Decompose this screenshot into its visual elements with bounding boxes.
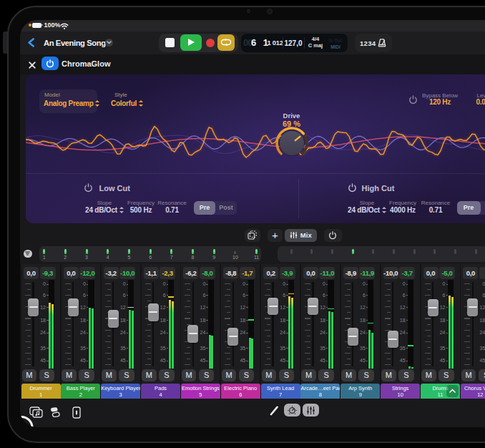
peak-readout[interactable]: -8,0 bbox=[200, 267, 215, 279]
close-icon[interactable] bbox=[29, 62, 36, 69]
track-overview-strip-2[interactable] bbox=[278, 246, 485, 262]
peak-readout[interactable] bbox=[479, 267, 485, 279]
mixer-view-button[interactable] bbox=[303, 404, 319, 417]
add-plugin-button[interactable]: + bbox=[268, 229, 283, 242]
track-name-label[interactable]: Emotion Strings 5 bbox=[181, 384, 220, 399]
track-stack-expand-button[interactable] bbox=[446, 385, 459, 397]
high-cut-power-icon[interactable] bbox=[348, 183, 357, 193]
remote-device-icon[interactable] bbox=[72, 406, 81, 419]
volume-readout[interactable]: -6,2 bbox=[183, 267, 198, 279]
mute-button[interactable]: M bbox=[62, 369, 77, 382]
count-in-button[interactable]: 1234 bbox=[360, 39, 376, 47]
peak-readout[interactable]: -2,3 bbox=[160, 267, 175, 279]
volume-readout[interactable]: -8,9 bbox=[343, 267, 358, 279]
mute-button[interactable]: M bbox=[102, 369, 117, 382]
plugin-power-button[interactable] bbox=[41, 57, 59, 70]
peak-readout[interactable]: -1,7 bbox=[240, 267, 255, 279]
mute-button[interactable]: M bbox=[381, 369, 396, 382]
low-cut-post-button[interactable]: Post bbox=[215, 201, 237, 215]
mute-button[interactable]: M bbox=[182, 369, 197, 382]
volume-readout[interactable]: 0,0 bbox=[303, 267, 318, 279]
bypass-power-icon[interactable] bbox=[408, 95, 418, 104]
lcd-display[interactable]: 00 6 1 1 012 127,0 4/4 C maj In Out MIDI bbox=[241, 34, 348, 52]
pencil-icon[interactable] bbox=[270, 406, 279, 416]
track-name-label[interactable]: Drums 11 bbox=[421, 384, 460, 399]
volume-fader[interactable] bbox=[28, 298, 39, 316]
track-name-label[interactable]: Arp Synth 9 bbox=[341, 384, 380, 399]
volume-readout[interactable]: 0,0 bbox=[463, 267, 478, 279]
volume-readout[interactable]: -10,0 bbox=[383, 267, 398, 279]
peak-readout[interactable]: -12,0 bbox=[79, 267, 95, 279]
low-cut-power-icon[interactable] bbox=[84, 183, 93, 193]
mix-plugin-tab[interactable]: Mix bbox=[285, 229, 318, 242]
volume-fader[interactable] bbox=[348, 328, 358, 346]
solo-button[interactable]: S bbox=[119, 369, 134, 382]
record-button[interactable] bbox=[206, 39, 215, 47]
volume-fader[interactable] bbox=[268, 298, 278, 316]
solo-button[interactable]: S bbox=[398, 369, 414, 382]
peak-readout[interactable]: -10,0 bbox=[119, 267, 135, 279]
mute-button[interactable]: M bbox=[262, 369, 277, 382]
solo-button[interactable]: S bbox=[358, 369, 374, 382]
low-cut-pre-button[interactable]: Pre bbox=[194, 201, 215, 215]
track-name-label[interactable]: Strings 10 bbox=[381, 384, 420, 399]
track-name-label[interactable]: Bass Player 2 bbox=[61, 384, 100, 399]
volume-fader[interactable] bbox=[108, 310, 119, 328]
plugin-tiles-button[interactable] bbox=[245, 229, 260, 242]
play-button[interactable] bbox=[180, 34, 202, 51]
track-name-label[interactable]: Arcade…eet Pad 8 bbox=[300, 384, 340, 399]
solo-button[interactable]: S bbox=[439, 369, 454, 382]
track-name-label[interactable]: Electric Piano 6 bbox=[221, 384, 260, 399]
peak-readout[interactable]: -9,3 bbox=[40, 267, 56, 279]
drive-knob[interactable] bbox=[274, 125, 310, 161]
peak-readout[interactable]: -5,0 bbox=[439, 267, 455, 279]
plugins-icon[interactable] bbox=[49, 406, 61, 418]
controls-view-button[interactable] bbox=[284, 404, 300, 417]
volume-readout[interactable]: -3,2 bbox=[104, 267, 119, 279]
volume-readout[interactable]: -8,8 bbox=[223, 267, 238, 279]
song-title-chevron-badge[interactable] bbox=[105, 39, 113, 47]
track-name-label[interactable]: Keyboard Player 3 bbox=[101, 384, 140, 399]
solo-button[interactable]: S bbox=[39, 369, 55, 382]
peak-readout[interactable]: -11,9 bbox=[359, 267, 375, 279]
level-value[interactable]: 0.0 bbox=[459, 98, 485, 106]
cycle-button[interactable] bbox=[217, 34, 235, 51]
volume-fader[interactable] bbox=[467, 298, 478, 316]
high-cut-resonance-value[interactable]: 0.71 bbox=[414, 206, 457, 214]
volume-fader[interactable] bbox=[68, 298, 79, 316]
solo-button[interactable]: S bbox=[318, 369, 334, 382]
volume-fader[interactable] bbox=[148, 303, 159, 321]
volume-readout[interactable]: 0,0 bbox=[64, 267, 79, 279]
track-filter-button[interactable] bbox=[24, 250, 32, 258]
volume-fader[interactable] bbox=[388, 331, 398, 349]
solo-button[interactable]: S bbox=[479, 369, 485, 382]
mute-button[interactable]: M bbox=[222, 369, 237, 382]
back-chevron-icon[interactable] bbox=[27, 38, 35, 47]
low-cut-resonance-value[interactable]: 0.71 bbox=[151, 206, 194, 214]
stop-button[interactable] bbox=[165, 38, 175, 48]
volume-readout[interactable]: -1,1 bbox=[144, 267, 159, 279]
plugin-bypass-power-button[interactable] bbox=[324, 229, 342, 242]
peak-readout[interactable]: -11,0 bbox=[319, 267, 335, 279]
volume-fader[interactable] bbox=[428, 299, 439, 317]
style-value[interactable]: Colorful bbox=[111, 99, 143, 107]
model-value[interactable]: Analog Preamp bbox=[44, 99, 99, 107]
peak-readout[interactable]: -3,9 bbox=[280, 267, 295, 279]
volume-readout[interactable]: 0,0 bbox=[24, 267, 39, 279]
metronome-icon[interactable] bbox=[377, 38, 387, 48]
solo-button[interactable]: S bbox=[159, 369, 175, 382]
solo-button[interactable]: S bbox=[199, 369, 215, 382]
solo-button[interactable]: S bbox=[239, 369, 255, 382]
track-name-label[interactable]: Drummer 1 bbox=[21, 384, 61, 399]
volume-readout[interactable]: 0,2 bbox=[263, 267, 278, 279]
solo-button[interactable]: S bbox=[279, 369, 295, 382]
volume-readout[interactable]: 0,0 bbox=[423, 267, 439, 279]
high-cut-pre-button[interactable]: Pre bbox=[457, 201, 481, 215]
mute-button[interactable]: M bbox=[421, 369, 436, 382]
mute-button[interactable]: M bbox=[341, 369, 356, 382]
high-cut-post-button[interactable]: Post bbox=[481, 201, 485, 215]
track-name-label[interactable]: Pads 4 bbox=[141, 384, 180, 399]
peak-readout[interactable]: -3,7 bbox=[399, 267, 415, 279]
mute-button[interactable]: M bbox=[301, 369, 316, 382]
mute-button[interactable]: M bbox=[22, 369, 37, 382]
